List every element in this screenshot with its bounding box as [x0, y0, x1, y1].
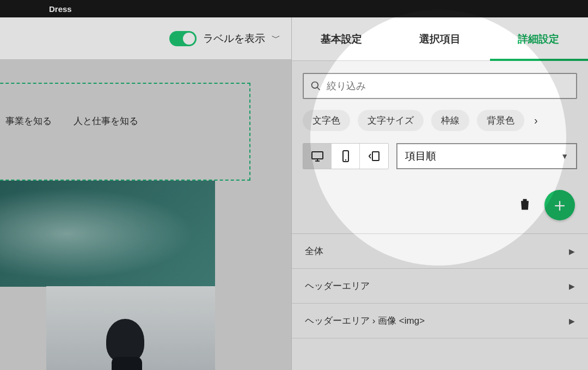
trash-icon	[517, 196, 532, 212]
nav-link[interactable]: 人と仕事を知る	[74, 115, 138, 127]
caret-down-icon: ▼	[561, 152, 568, 161]
accordion-item[interactable]: 全体 ▶	[292, 234, 588, 269]
editor-canvas[interactable]: ラベルを表示 ﹀ 事業を知る 人と仕事を知る	[0, 17, 291, 370]
layer-accordion: 全体 ▶ ヘッダーエリア ▶ ヘッダーエリア › 画像 <img> ▶	[292, 233, 588, 338]
desktop-icon	[311, 150, 324, 163]
device-desktop[interactable]	[303, 144, 332, 169]
app-title: Dress	[49, 4, 72, 14]
settings-panel: 基本設定 選択項目 詳細設定 文字色 文字サイズ 枠線 背景色 ›	[291, 17, 588, 370]
chips-scroll-right[interactable]: ›	[532, 112, 540, 129]
sort-select-label: 項目順	[405, 149, 436, 163]
chip-border[interactable]: 枠線	[431, 110, 469, 131]
chevron-down-icon[interactable]: ﹀	[272, 33, 280, 44]
active-tab-indicator	[490, 59, 588, 61]
selected-element-outline[interactable]: 事業を知る 人と仕事を知る	[0, 83, 250, 181]
svg-point-0	[312, 82, 318, 89]
label-visibility-label: ラベルを表示	[203, 32, 265, 46]
chip-text-color[interactable]: 文字色	[303, 110, 350, 131]
accordion-item[interactable]: ヘッダーエリア ▶	[292, 269, 588, 304]
accordion-label: ヘッダーエリア	[305, 280, 370, 292]
chip-text-size[interactable]: 文字サイズ	[358, 110, 424, 131]
settings-tabs: 基本設定 選択項目 詳細設定	[292, 17, 588, 61]
filter-search[interactable]	[303, 73, 577, 99]
app-title-bar: Dress	[0, 0, 588, 17]
search-icon	[310, 81, 321, 91]
responsive-icon	[367, 150, 381, 163]
accordion-label: 全体	[305, 245, 323, 257]
tab-advanced[interactable]: 詳細設定	[489, 17, 588, 60]
canvas-toolbar: ラベルを表示 ﹀	[0, 17, 291, 60]
property-chips: 文字色 文字サイズ 枠線 背景色 ›	[292, 107, 588, 141]
label-visibility-toggle[interactable]	[169, 31, 197, 46]
svg-line-1	[317, 88, 320, 90]
device-responsive[interactable]	[360, 144, 388, 169]
chevron-right-icon: ▶	[569, 282, 575, 291]
chevron-right-icon: ▶	[569, 247, 575, 256]
accordion-label: ヘッダーエリア › 画像 <img>	[305, 314, 425, 327]
sort-select[interactable]: 項目順 ▼	[396, 143, 577, 169]
device-mobile[interactable]	[332, 144, 360, 169]
add-button[interactable]: ＋	[544, 190, 575, 220]
plus-icon: ＋	[550, 193, 569, 218]
tab-selection[interactable]: 選択項目	[390, 17, 489, 60]
hero-image-1	[0, 181, 215, 287]
accordion-item[interactable]: ヘッダーエリア › 画像 <img> ▶	[292, 304, 588, 338]
nav-link[interactable]: 事業を知る	[5, 115, 52, 127]
mobile-icon	[339, 150, 352, 163]
device-preview-group	[303, 143, 389, 169]
chevron-right-icon: ▶	[569, 317, 575, 325]
hero-image-2	[46, 286, 215, 370]
svg-rect-2	[312, 152, 323, 159]
filter-search-input[interactable]	[327, 81, 569, 92]
tab-basic[interactable]: 基本設定	[292, 17, 390, 60]
svg-rect-7	[372, 152, 379, 161]
chip-bg-color[interactable]: 背景色	[477, 110, 524, 131]
delete-button[interactable]	[517, 196, 532, 214]
